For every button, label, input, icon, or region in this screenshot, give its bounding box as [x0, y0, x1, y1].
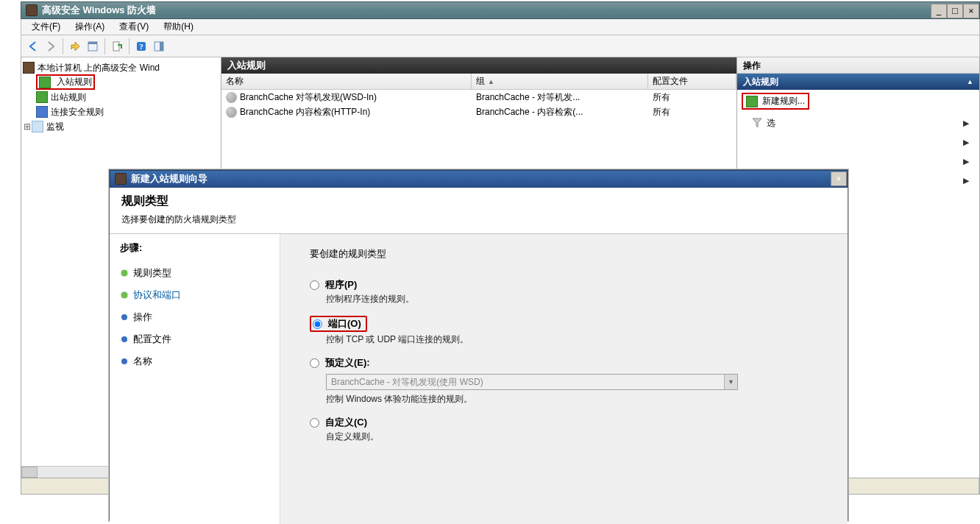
list-header[interactable]: 名称 组▲ 配置文件 [221, 74, 736, 90]
wizard-title: 新建入站规则向导 [131, 172, 207, 185]
action-filter-label: 选 [767, 117, 775, 130]
tree-outbound[interactable]: 出站规则 [23, 90, 219, 105]
wizard-close-button[interactable]: × [831, 171, 847, 186]
toolbar: ? [21, 35, 980, 57]
action-item[interactable]: ▶ [737, 152, 979, 171]
radio-custom[interactable] [310, 418, 319, 428]
new-rule-icon [746, 96, 758, 107]
wizard-steps: 步骤: 规则类型 协议和端口 操作 配置文件 名称 [110, 234, 280, 524]
inbound-icon [39, 77, 51, 88]
wizard-prompt: 要创建的规则类型 [310, 247, 828, 261]
toolbar-sep3 [129, 38, 129, 54]
help-button[interactable]: ? [132, 38, 150, 55]
opt-custom-label: 自定义(C) [325, 416, 367, 429]
maximize-button[interactable]: □ [947, 4, 963, 18]
opt-program[interactable]: 程序(P) [310, 278, 828, 291]
opt-port-desc: 控制 TCP 或 UDP 端口连接的规则。 [326, 333, 828, 346]
step-action[interactable]: 操作 [120, 306, 269, 328]
step-type[interactable]: 规则类型 [120, 262, 269, 284]
firewall-icon [26, 4, 38, 16]
wizard-titlebar[interactable]: 新建入站规则向导 × [110, 170, 848, 188]
actions-section[interactable]: 入站规则 ▲ [737, 74, 979, 90]
opt-custom[interactable]: 自定义(C) [310, 416, 828, 429]
opt-program-desc: 控制程序连接的规则。 [326, 293, 828, 305]
wizard-dialog: 新建入站规则向导 × 规则类型 选择要创建的防火墙规则类型 步骤: 规则类型 协… [109, 169, 848, 521]
menu-bar: 文件(F) 操作(A) 查看(V) 帮助(H) [21, 19, 980, 35]
rule-status-icon [226, 92, 237, 103]
svg-rect-1 [88, 42, 97, 44]
wizard-subheading: 选择要创建的防火墙规则类型 [121, 213, 836, 226]
tree-connsec[interactable]: 连接安全规则 [23, 105, 219, 119]
list-body: BranchCache 对等机发现(WSD-In) BranchCache - … [221, 90, 736, 119]
window-title: 高级安全 Windows 防火墙 [42, 4, 156, 17]
tree-connsec-label: 连接安全规则 [51, 106, 104, 118]
step-bullet-icon [121, 270, 127, 276]
forward-button[interactable] [42, 38, 60, 55]
wizard-body: 步骤: 规则类型 协议和端口 操作 配置文件 名称 要创 [110, 234, 848, 524]
col-name[interactable]: 名称 [221, 74, 472, 89]
radio-program[interactable] [310, 280, 319, 290]
col-group[interactable]: 组▲ [472, 74, 648, 89]
opt-port[interactable]: 端口(O) [310, 316, 828, 332]
tree-root-label: 本地计算机 上的高级安全 Wind [38, 62, 160, 74]
step-label: 规则类型 [133, 266, 171, 280]
opt-port-label: 端口(O) [328, 317, 361, 330]
monitor-icon [32, 121, 43, 132]
step-bullet-icon [121, 292, 127, 298]
wizard-heading: 规则类型 [121, 194, 836, 209]
list-row[interactable]: BranchCache 对等机发现(WSD-In) BranchCache - … [221, 90, 736, 105]
submenu-icon: ▶ [963, 118, 969, 128]
menu-file[interactable]: 文件(F) [24, 19, 68, 35]
step-label: 操作 [133, 311, 152, 324]
step-label: 配置文件 [133, 333, 171, 346]
chevron-down-icon[interactable]: ▼ [724, 375, 737, 389]
tree-inbound[interactable]: 入站规则 [23, 75, 219, 90]
tree-monitor[interactable]: ⊞ 监视 [23, 119, 219, 134]
action-filter-profile[interactable]: 选 ▶ [737, 113, 979, 132]
tree-root[interactable]: 本地计算机 上的高级安全 Wind [23, 60, 219, 75]
col-profile[interactable]: 配置文件 [648, 74, 736, 89]
rule-name: BranchCache 内容检索(HTTP-In) [240, 106, 370, 118]
step-profile[interactable]: 配置文件 [120, 328, 269, 350]
radio-port[interactable] [313, 319, 322, 329]
wizard-content: 要创建的规则类型 程序(P) 控制程序连接的规则。 端口(O) 控制 TCP 或… [280, 234, 848, 524]
opt-predef-label: 预定义(E): [325, 356, 370, 369]
step-name[interactable]: 名称 [120, 350, 269, 372]
opt-predef-desc: 控制 Windows 体验功能连接的规则。 [326, 393, 828, 406]
show-action-pane-button[interactable] [150, 38, 168, 55]
action-new-rule[interactable]: 新建规则... [737, 90, 979, 113]
center-title: 入站规则 [221, 57, 736, 74]
svg-text:?: ? [139, 42, 143, 51]
menu-action[interactable]: 操作(A) [68, 19, 112, 35]
export-button[interactable] [108, 38, 126, 55]
svg-rect-6 [160, 42, 163, 51]
minimize-button[interactable]: _ [931, 4, 947, 18]
tree-outbound-label: 出站规则 [51, 91, 86, 104]
predef-combo[interactable]: BranchCache - 对等机发现(使用 WSD) ▼ [326, 374, 738, 390]
submenu-icon: ▶ [963, 138, 969, 147]
up-button[interactable] [66, 38, 84, 55]
close-button[interactable]: × [963, 4, 979, 18]
step-bullet-icon [121, 358, 127, 364]
outbound-icon [36, 91, 48, 103]
menu-view[interactable]: 查看(V) [112, 19, 156, 35]
tree[interactable]: 本地计算机 上的高级安全 Wind 入站规则 出站规则 [21, 57, 221, 137]
show-hide-tree-button[interactable] [84, 38, 102, 55]
scroll-thumb[interactable] [21, 467, 38, 478]
step-bullet-icon [121, 336, 127, 342]
action-item[interactable]: ▶ [737, 132, 979, 152]
filter-icon [752, 118, 762, 128]
radio-predef[interactable] [310, 358, 319, 368]
firewall-icon [115, 173, 127, 185]
step-protocol[interactable]: 协议和端口 [120, 284, 269, 306]
submenu-icon: ▶ [963, 157, 969, 166]
menu-help[interactable]: 帮助(H) [156, 19, 201, 35]
tree-monitor-label: 监视 [46, 121, 64, 133]
expand-icon[interactable]: ⊞ [23, 121, 32, 132]
titlebar[interactable]: 高级安全 Windows 防火墙 _ □ × [21, 1, 980, 19]
tree-inbound-label: 入站规则 [57, 76, 92, 88]
list-row[interactable]: BranchCache 内容检索(HTTP-In) BranchCache - … [221, 105, 736, 119]
opt-predef[interactable]: 预定义(E): [310, 356, 828, 369]
collapse-icon: ▲ [967, 78, 973, 85]
back-button[interactable] [24, 38, 42, 55]
